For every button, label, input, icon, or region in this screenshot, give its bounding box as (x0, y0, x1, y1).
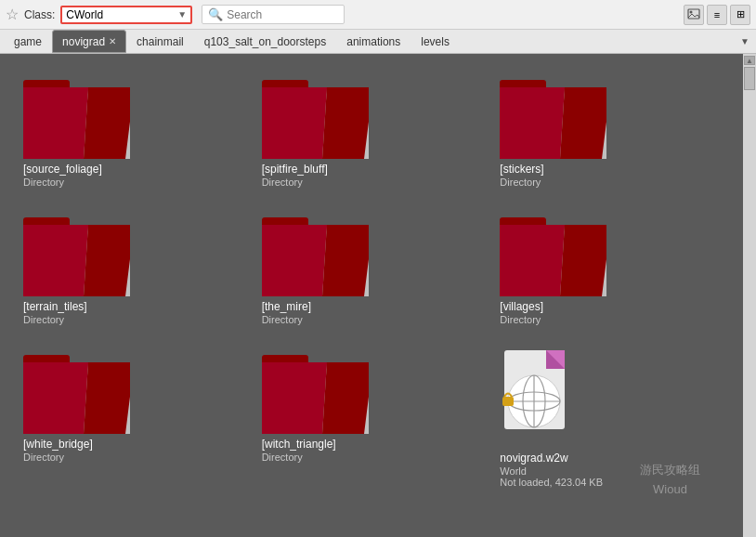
file-type: Directory (23, 452, 64, 463)
class-select-wrapper: CWorld CLayer CEntity ▼ (60, 6, 192, 24)
svg-marker-33 (84, 225, 130, 296)
file-type: Directory (23, 314, 64, 325)
svg-marker-17 (322, 87, 369, 159)
file-type: Directory (262, 177, 303, 188)
svg-marker-57 (84, 362, 130, 434)
content-area: FILES [source_foliage] Directory FIL (0, 54, 756, 537)
tab-levels-label: levels (421, 35, 450, 48)
svg-marker-9 (84, 87, 130, 159)
tab-animations-label: animations (346, 35, 400, 48)
file-grid: FILES [source_foliage] Directory FIL (0, 54, 743, 537)
tab-game[interactable]: game (4, 30, 52, 53)
svg-rect-0 (688, 9, 699, 19)
list-item[interactable]: FILES [terrain_tiles] Directory (14, 201, 253, 338)
svg-point-1 (690, 10, 693, 13)
svg-marker-40 (262, 225, 327, 296)
folder-icon: FILES (262, 208, 373, 296)
tab-chainmail-label: chainmail (137, 35, 184, 48)
file-name: [villages] (500, 300, 543, 313)
list-item[interactable]: FILES [white_bridge] Directory (14, 338, 253, 501)
search-wrapper: 🔍 (202, 5, 345, 24)
file-name: [the_mire] (262, 300, 311, 313)
list-item[interactable]: novigrad.w2w World Not loaded, 423.04 KB (490, 338, 729, 501)
toolbar: ☆ Class: CWorld CLayer CEntity ▼ 🔍 ≡ ⊞ (0, 0, 756, 30)
folder-icon: FILES (262, 346, 373, 434)
tab-levels[interactable]: levels (411, 30, 460, 53)
search-input[interactable] (227, 8, 338, 21)
file-type: Directory (262, 314, 303, 325)
toolbar-grid-btn[interactable]: ⊞ (730, 5, 750, 25)
favorite-icon[interactable]: ☆ (6, 6, 19, 23)
file-name: [stickers] (500, 163, 543, 176)
file-type: World (500, 465, 527, 477)
tab-animations[interactable]: animations (336, 30, 411, 53)
svg-rect-74 (502, 397, 514, 406)
folder-icon: FILES (23, 208, 135, 296)
class-select[interactable]: CWorld CLayer CEntity (66, 8, 177, 21)
tab-novigrad-close[interactable]: ✕ (109, 37, 116, 46)
svg-marker-64 (262, 362, 327, 434)
tab-chainmail[interactable]: chainmail (126, 30, 194, 53)
scroll-thumb[interactable] (744, 67, 755, 90)
svg-marker-56 (23, 362, 88, 434)
tabs-bar: game novigrad ✕ chainmail q103_salt_on_d… (0, 30, 756, 54)
list-item[interactable]: FILES [stickers] Directory (490, 63, 729, 201)
file-type: Directory (500, 177, 541, 188)
file-name: [source_foliage] (23, 163, 102, 176)
tab-novigrad[interactable]: novigrad ✕ (52, 30, 126, 53)
svg-marker-41 (322, 225, 369, 296)
scroll-up-btn[interactable]: ▲ (744, 56, 755, 65)
svg-marker-16 (262, 87, 327, 159)
file-size: Not loaded, 423.04 KB (500, 477, 603, 488)
toolbar-right: ≡ ⊞ (684, 5, 750, 25)
folder-icon: FILES (23, 71, 135, 159)
svg-marker-49 (560, 225, 606, 296)
file-name: [white_bridge] (23, 438, 93, 451)
dropdown-arrow-icon: ▼ (177, 9, 187, 20)
svg-marker-32 (23, 225, 88, 296)
world-file-icon (500, 346, 583, 448)
list-item[interactable]: FILES [witch_triangle] Directory (253, 338, 491, 501)
tab-game-label: game (14, 35, 42, 48)
file-name: [witch_triangle] (262, 438, 336, 451)
file-type: Directory (262, 452, 303, 463)
tabs-dropdown-icon[interactable]: ▼ (737, 34, 752, 49)
scrollbar[interactable]: ▲ (743, 54, 756, 537)
folder-icon: FILES (500, 208, 611, 296)
svg-marker-8 (23, 87, 88, 159)
list-item[interactable]: FILES [the_mire] Directory (253, 201, 491, 338)
svg-marker-25 (560, 87, 606, 159)
svg-marker-65 (322, 362, 369, 434)
file-name: novigrad.w2w (500, 452, 567, 465)
file-type: Directory (500, 314, 541, 325)
list-item[interactable]: FILES [spitfire_bluff] Directory (253, 63, 491, 201)
tab-q103-label: q103_salt_on_doorsteps (204, 35, 326, 48)
toolbar-list-btn[interactable]: ≡ (707, 5, 727, 25)
file-name: [spitfire_bluff] (262, 163, 328, 176)
folder-icon: FILES (262, 71, 373, 159)
tab-q103[interactable]: q103_salt_on_doorsteps (194, 30, 336, 53)
svg-marker-48 (500, 225, 565, 296)
file-type: Directory (23, 177, 64, 188)
list-item[interactable]: FILES [source_foliage] Directory (14, 63, 253, 201)
class-label: Class: (24, 8, 55, 21)
search-icon: 🔍 (208, 7, 223, 21)
folder-icon: FILES (23, 346, 135, 434)
toolbar-image-btn[interactable] (684, 5, 704, 25)
tab-novigrad-label: novigrad (62, 35, 105, 48)
svg-marker-24 (500, 87, 565, 159)
list-item[interactable]: FILES [villages] Directory (490, 201, 729, 338)
file-name: [terrain_tiles] (23, 300, 87, 313)
folder-icon: FILES (500, 71, 611, 159)
